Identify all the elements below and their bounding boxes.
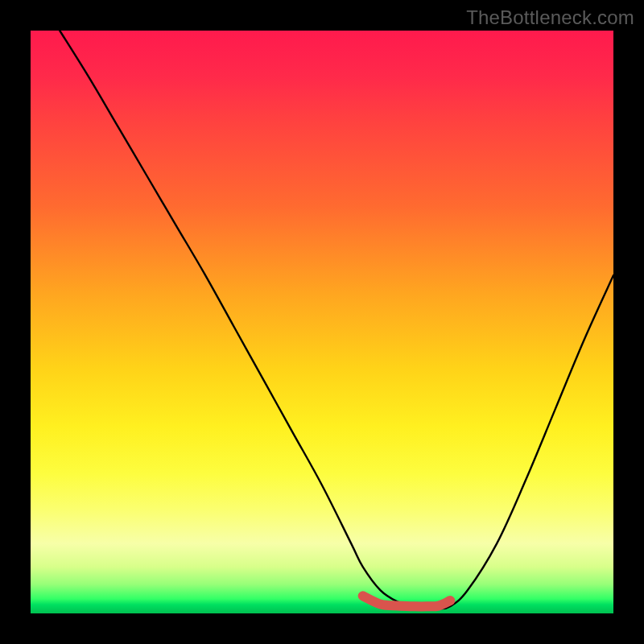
- plot-area: [31, 31, 613, 613]
- optimal-range-marker: [363, 596, 451, 606]
- chart-svg: [31, 31, 613, 613]
- watermark-text: TheBottleneck.com: [466, 6, 634, 29]
- chart-frame: TheBottleneck.com: [0, 0, 644, 644]
- bottleneck-curve: [60, 31, 613, 609]
